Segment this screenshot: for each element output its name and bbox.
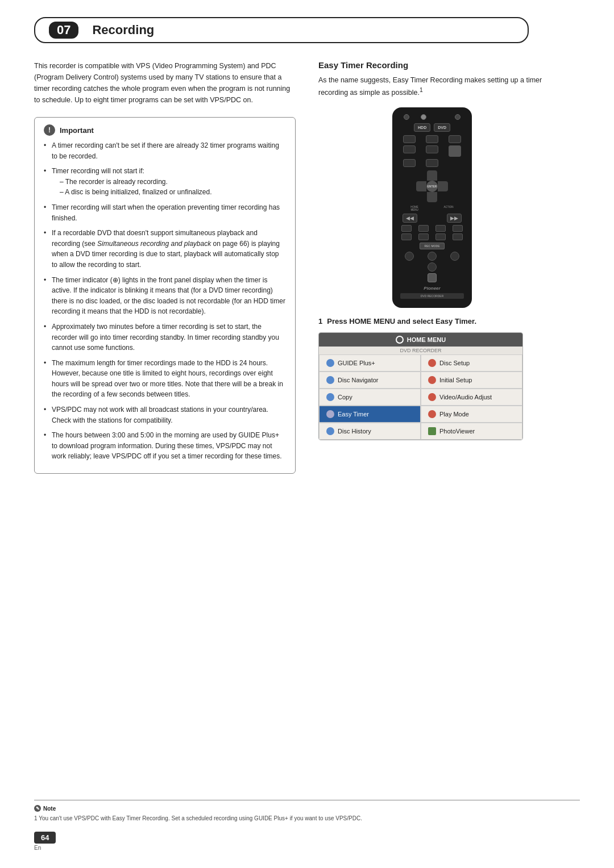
page-number: 64 bbox=[34, 832, 56, 844]
remote-btn[interactable] bbox=[418, 225, 429, 232]
nav-up-button[interactable] bbox=[427, 170, 437, 181]
remote-control: HDD DVD bbox=[392, 107, 472, 308]
remote-btn[interactable] bbox=[426, 159, 438, 167]
hdd-dvd-row: HDD DVD bbox=[398, 123, 466, 132]
remote-bottom-btn[interactable] bbox=[428, 262, 437, 272]
remote-btn[interactable] bbox=[426, 145, 438, 153]
remote-btn[interactable] bbox=[403, 135, 416, 143]
guide-plus-icon bbox=[326, 359, 334, 367]
remote-bottom-btn[interactable] bbox=[450, 273, 459, 282]
list-item: Timer recording will start when the oper… bbox=[44, 202, 286, 223]
list-item: The hours between 3:00 and 5:00 in the m… bbox=[44, 430, 286, 462]
remote-bottom-btn[interactable] bbox=[450, 252, 459, 261]
rew-ff-row: ◀◀ ▶▶ bbox=[398, 214, 466, 223]
dvd-button[interactable]: DVD bbox=[434, 123, 450, 132]
remote-row-4 bbox=[398, 233, 466, 240]
nav-right-button[interactable] bbox=[438, 181, 448, 191]
remote-dvd-recorder-label: DVD RECORDER bbox=[400, 293, 464, 299]
remote-btn-channel[interactable] bbox=[449, 145, 461, 157]
page-header: 07 Recording bbox=[34, 17, 529, 43]
menu-grid: GUIDE Plus+ Disc Setup Disc Navigator In… bbox=[319, 354, 522, 440]
remote-illustration: HDD DVD bbox=[318, 107, 546, 308]
copy-icon bbox=[326, 393, 334, 401]
list-item: VPS/PDC may not work with all broadcast … bbox=[44, 404, 286, 425]
hdd-button[interactable]: HDD bbox=[414, 123, 430, 132]
menu-item-initial-setup[interactable]: Initial Setup bbox=[421, 372, 522, 389]
footer-note-text: 1 You can't use VPS/PDC with Easy Timer … bbox=[34, 814, 580, 823]
remote-btn[interactable] bbox=[435, 233, 446, 240]
section-description: As the name suggests, Easy Timer Recordi… bbox=[318, 74, 546, 98]
remote-bottom-btn[interactable] bbox=[405, 273, 414, 282]
menu-item-photoviewer[interactable]: PhotoViewer bbox=[421, 423, 522, 440]
menu-item-video-audio[interactable]: Video/Audio Adjust bbox=[421, 389, 522, 406]
bottom-buttons-2 bbox=[398, 262, 466, 272]
menu-item-copy[interactable]: Copy bbox=[319, 389, 421, 406]
bottom-buttons-3 bbox=[398, 273, 466, 282]
menu-title-bar: HOME MENU bbox=[319, 333, 522, 347]
right-column: Easy Timer Recording As the name suggest… bbox=[318, 60, 546, 483]
menu-item-guide-plus[interactable]: GUIDE Plus+ bbox=[319, 354, 421, 372]
remote-btn[interactable] bbox=[403, 145, 416, 153]
rec-mode-row: REC MODE bbox=[398, 243, 466, 249]
section-title: Easy Timer Recording bbox=[318, 60, 546, 70]
remote-btn[interactable] bbox=[418, 233, 429, 240]
step-text: Press HOME MENU and select Easy Timer. bbox=[327, 317, 476, 326]
remote-circle-light bbox=[421, 114, 426, 120]
list-item: The timer indicator (⊕) lights in the fr… bbox=[44, 275, 286, 317]
menu-item-disc-setup[interactable]: Disc Setup bbox=[421, 354, 522, 372]
remote-btn[interactable] bbox=[449, 135, 461, 143]
remote-bottom-btn[interactable] bbox=[428, 252, 437, 261]
important-label: Important bbox=[60, 126, 94, 135]
language-label: En bbox=[34, 845, 56, 851]
remote-btn[interactable] bbox=[403, 159, 416, 167]
remote-btn[interactable] bbox=[453, 233, 463, 240]
footer-area: ✎ Note 1 You can't use VPS/PDC with Easy… bbox=[34, 800, 580, 823]
footer-divider bbox=[34, 800, 580, 800]
remote-bottom-btn[interactable] bbox=[405, 252, 414, 261]
remote-btn[interactable] bbox=[401, 233, 412, 240]
action-label: ACTION bbox=[444, 206, 454, 211]
list-item: If a recordable DVD that doesn't support… bbox=[44, 228, 286, 270]
remote-circle bbox=[455, 114, 460, 120]
play-mode-icon bbox=[428, 410, 436, 418]
remote-btn[interactable] bbox=[453, 225, 463, 232]
nav-down-button[interactable] bbox=[427, 192, 437, 202]
menu-subtitle: DVD RECORDER bbox=[319, 347, 522, 354]
important-list: A timer recording can't be set if there … bbox=[44, 140, 286, 462]
list-item: A timer recording can't be set if there … bbox=[44, 140, 286, 161]
list-item: Timer recording will not start if: – The… bbox=[44, 166, 286, 198]
nav-left-button[interactable] bbox=[416, 181, 426, 191]
fastforward-button[interactable]: ▶▶ bbox=[447, 214, 462, 223]
nav-cluster: ENTER bbox=[398, 170, 466, 202]
bottom-buttons bbox=[398, 252, 466, 261]
page-title: Recording bbox=[92, 23, 154, 37]
remote-bottom-btn[interactable] bbox=[450, 262, 459, 272]
rewind-button[interactable]: ◀◀ bbox=[403, 214, 417, 223]
menu-title-icon bbox=[396, 336, 404, 344]
page-number-area: 64 En bbox=[34, 832, 56, 851]
menu-item-disc-navigator[interactable]: Disc Navigator bbox=[319, 372, 421, 389]
disc-nav-icon bbox=[326, 376, 334, 384]
menu-item-easy-timer[interactable]: Easy Timer bbox=[319, 406, 421, 423]
note-icon: ✎ bbox=[34, 805, 41, 812]
chapter-number: 07 bbox=[49, 22, 78, 39]
remote-special-btn[interactable] bbox=[428, 273, 437, 282]
enter-button[interactable]: ENTER bbox=[426, 181, 438, 192]
remote-button-row bbox=[398, 135, 466, 143]
remote-bottom-btn[interactable] bbox=[405, 262, 414, 272]
step-1-instruction: 1 Press HOME MENU and select Easy Timer. bbox=[318, 317, 546, 326]
photoviewer-icon bbox=[428, 427, 436, 435]
menu-item-play-mode[interactable]: Play Mode bbox=[421, 406, 522, 423]
left-column: This recorder is compatible with VPS (Vi… bbox=[34, 60, 296, 483]
remote-button-row bbox=[398, 145, 466, 157]
remote-btn[interactable] bbox=[435, 225, 446, 232]
rec-mode-button[interactable]: REC MODE bbox=[420, 243, 445, 249]
remote-btn[interactable] bbox=[401, 225, 412, 232]
remote-btn[interactable] bbox=[426, 135, 438, 143]
remote-row-3 bbox=[398, 225, 466, 232]
menu-item-disc-history[interactable]: Disc History bbox=[319, 423, 421, 440]
menu-screenshot: HOME MENU DVD RECORDER GUIDE Plus+ Disc … bbox=[318, 332, 523, 440]
disc-setup-icon bbox=[428, 359, 436, 367]
remote-button-row bbox=[398, 159, 466, 167]
content-area: This recorder is compatible with VPS (Vi… bbox=[34, 60, 580, 483]
